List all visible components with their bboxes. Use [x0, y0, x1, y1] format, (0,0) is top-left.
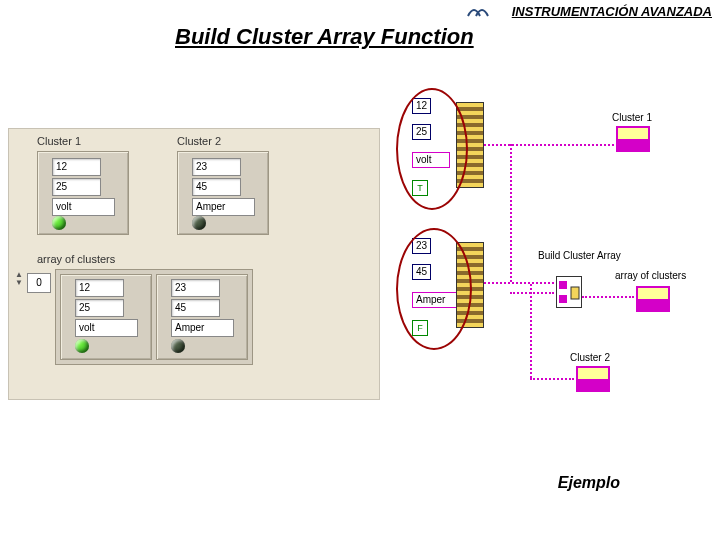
cluster2-box: 23 45 Amper [177, 151, 269, 235]
wire-1 [484, 144, 614, 146]
array-container: 12 25 volt 23 45 Amper [55, 269, 253, 365]
wire-2 [510, 144, 512, 282]
index-spinner[interactable]: ▲▼ [15, 271, 25, 287]
bundle-node-1 [456, 102, 484, 188]
bundle-node-2 [456, 242, 484, 328]
wire-4 [582, 296, 634, 298]
bd-bool1: T [412, 180, 428, 196]
bd-bool2: F [412, 320, 428, 336]
cluster1-label: Cluster 1 [37, 135, 81, 147]
page-title: Build Cluster Array Function [175, 24, 474, 50]
arr0-str[interactable]: volt [75, 319, 138, 337]
arr0-led[interactable] [75, 339, 89, 353]
cluster1-num2[interactable]: 25 [52, 178, 101, 196]
header-text: INSTRUMENTACIÓN AVANZADA [512, 4, 712, 19]
cluster1-terminal [616, 126, 650, 152]
bd-num1b: 25 [412, 124, 431, 140]
arr0-num2[interactable]: 25 [75, 299, 124, 317]
bd-bca-label: Build Cluster Array [538, 250, 621, 261]
logo-icon [466, 2, 490, 18]
arr1-num1[interactable]: 23 [171, 279, 220, 297]
cluster2-label: Cluster 2 [177, 135, 221, 147]
svg-rect-0 [559, 281, 567, 289]
array-item-0: 12 25 volt [60, 274, 152, 360]
cluster2-str[interactable]: Amper [192, 198, 255, 216]
array-index[interactable]: 0 [27, 273, 51, 293]
cluster1-box: 12 25 volt [37, 151, 129, 235]
bd-num1a: 12 [412, 98, 431, 114]
footer-text: Ejemplo [558, 474, 620, 492]
wire-7 [510, 292, 554, 294]
bd-cluster1-label: Cluster 1 [612, 112, 652, 123]
cluster2-led[interactable] [192, 216, 206, 230]
svg-rect-1 [559, 295, 567, 303]
cluster1-str[interactable]: volt [52, 198, 115, 216]
wire-6 [530, 378, 574, 380]
bd-cluster2-label: Cluster 2 [570, 352, 610, 363]
arr1-num2[interactable]: 45 [171, 299, 220, 317]
bd-array-label: array of clusters [615, 270, 686, 281]
arr1-led[interactable] [171, 339, 185, 353]
bd-num2b: 45 [412, 264, 431, 280]
bd-str1: volt [412, 152, 450, 168]
wire-5 [530, 284, 532, 378]
array-label: array of clusters [37, 253, 115, 265]
bd-num2a: 23 [412, 238, 431, 254]
cluster1-led[interactable] [52, 216, 66, 230]
build-cluster-array-node [556, 276, 582, 308]
arr1-str[interactable]: Amper [171, 319, 234, 337]
front-panel: Cluster 1 12 25 volt Cluster 2 23 45 Amp… [8, 128, 380, 400]
cluster2-num2[interactable]: 45 [192, 178, 241, 196]
wire-3 [484, 282, 554, 284]
array-terminal [636, 286, 670, 312]
array-item-1: 23 45 Amper [156, 274, 248, 360]
arr0-num1[interactable]: 12 [75, 279, 124, 297]
svg-rect-2 [571, 287, 579, 299]
cluster1-num1[interactable]: 12 [52, 158, 101, 176]
bd-str2: Amper [412, 292, 460, 308]
cluster2-terminal [576, 366, 610, 392]
cluster2-num1[interactable]: 23 [192, 158, 241, 176]
